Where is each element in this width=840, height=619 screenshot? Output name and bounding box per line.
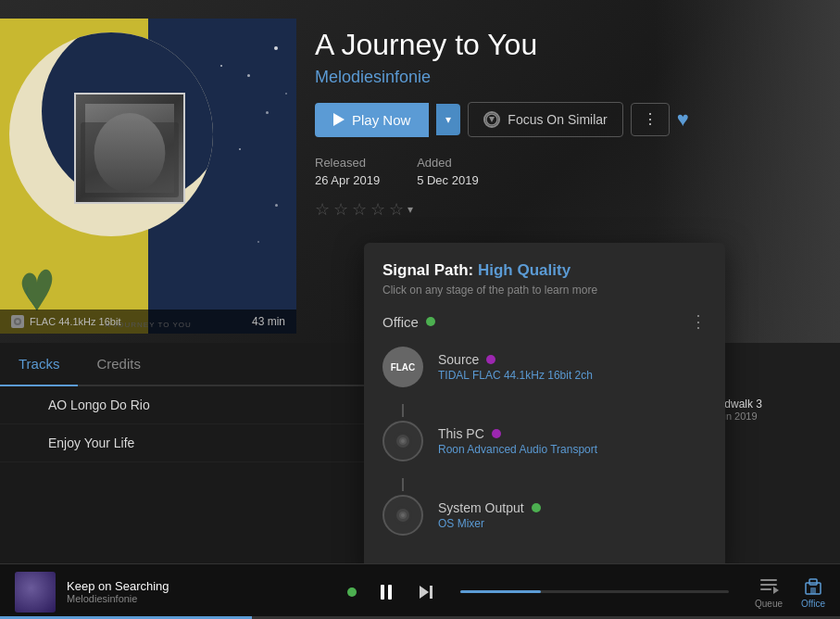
added-date: 5 Dec 2019 <box>417 173 479 187</box>
signal-more-button[interactable]: ⋮ <box>690 311 707 332</box>
signal-source-icon: FLAC <box>382 347 423 387</box>
signal-connector-2 <box>402 478 404 491</box>
star-3[interactable]: ☆ <box>352 199 367 220</box>
queue-button[interactable]: Queue <box>755 575 783 609</box>
signal-device-label: Office <box>382 314 419 330</box>
svg-rect-18 <box>809 579 817 585</box>
signal-output-detail: OS Mixer <box>438 517 707 530</box>
inner-photo <box>74 93 185 204</box>
dropdown-icon: ▾ <box>445 113 451 126</box>
play-icon <box>333 113 345 126</box>
signal-device-row: Office ⋮ <box>382 311 707 332</box>
star-1[interactable]: ☆ <box>315 199 330 220</box>
signal-pc-name-label: This PC <box>438 426 484 441</box>
signal-path-label: Signal Path: <box>382 261 473 279</box>
meta-info-row: Released 26 Apr 2019 Added 5 Dec 2019 <box>315 156 803 188</box>
office-label: Office <box>801 599 825 609</box>
signal-source-info: Source TIDAL FLAC 44.1kHz 16bit 2ch <box>438 352 707 382</box>
signal-path-subtitle[interactable]: Click on any stage of the path to learn … <box>382 284 707 297</box>
tab-credits[interactable]: Credits <box>78 343 159 385</box>
album-format-bar: FLAC 44.1kHz 16bit 43 min <box>0 310 296 334</box>
signal-source-item[interactable]: FLAC Source TIDAL FLAC 44.1kHz 16bit 2ch <box>382 347 707 387</box>
signal-output-icon <box>382 495 423 536</box>
signal-output-name-label: System Output <box>438 500 524 515</box>
player-bar: Keep on Searching Melodiesinfonie <box>0 563 840 619</box>
player-art <box>15 572 56 613</box>
released-date: 26 Apr 2019 <box>315 173 380 187</box>
signal-pc-dot <box>492 429 501 438</box>
signal-pc-item[interactable]: This PC Roon Advanced Audio Transport <box>382 421 707 461</box>
duration-label: 43 min <box>252 315 285 328</box>
format-label: FLAC 44.1kHz 16bit <box>30 316 120 327</box>
player-track-name: Keep on Searching <box>67 579 336 593</box>
signal-output-item[interactable]: System Output OS Mixer <box>382 495 707 536</box>
signal-pc-info: This PC Roon Advanced Audio Transport <box>438 426 707 456</box>
progress-bar[interactable] <box>460 590 730 593</box>
signal-pc-icon <box>382 421 423 461</box>
star-2[interactable]: ☆ <box>333 199 348 220</box>
artist-name[interactable]: Melodiesinfonie <box>315 68 803 87</box>
released-label: Released <box>315 156 380 170</box>
signal-pc-detail: Roon Advanced Audio Transport <box>438 443 707 456</box>
favorite-button[interactable]: ♥ <box>677 107 689 132</box>
signal-quality-label: High Quality <box>478 261 570 279</box>
star-5[interactable]: ☆ <box>389 199 404 220</box>
format-icon <box>11 315 24 328</box>
star-4[interactable]: ☆ <box>370 199 385 220</box>
signal-path-popup: Signal Path: High Quality Click on any s… <box>364 243 725 571</box>
svg-rect-19 <box>810 587 816 594</box>
more-icon: ⋮ <box>643 111 658 127</box>
track-name-2: Enjoy Your Life <box>48 436 134 450</box>
skip-next-button[interactable] <box>416 583 434 601</box>
focus-similar-label: Focus On Similar <box>508 112 607 127</box>
signal-output-dot <box>532 503 541 512</box>
focus-similar-button[interactable]: Focus On Similar <box>468 102 622 137</box>
signal-path-title: Signal Path: High Quality <box>382 261 707 280</box>
pause-icon <box>381 585 392 600</box>
svg-marker-16 <box>773 587 779 594</box>
player-status-dot <box>347 587 357 597</box>
more-options-button[interactable]: ⋮ <box>631 103 670 136</box>
progress-fill <box>460 590 541 593</box>
focus-icon <box>483 111 500 128</box>
player-track-info: Keep on Searching Melodiesinfonie <box>67 579 336 604</box>
play-dropdown-button[interactable]: ▾ <box>436 104 460 135</box>
signal-source-name: Source <box>438 352 707 367</box>
released-info: Released 26 Apr 2019 <box>315 156 380 188</box>
svg-point-6 <box>401 439 405 443</box>
svg-rect-15 <box>760 588 771 590</box>
play-now-button[interactable]: Play Now <box>315 103 429 137</box>
signal-pc-name: This PC <box>438 426 707 441</box>
signal-source-detail: TIDAL FLAC 44.1kHz 16bit 2ch <box>438 369 707 382</box>
action-buttons-row: Play Now ▾ Focus On Similar ⋮ ♥ <box>315 102 803 137</box>
signal-device-name: Office <box>382 314 435 330</box>
signal-source-name-label: Source <box>438 352 479 367</box>
svg-rect-12 <box>430 586 433 599</box>
tab-tracks[interactable]: Tracks <box>0 343 78 386</box>
track-name-1: AO Longo Do Rio <box>48 398 150 412</box>
svg-marker-11 <box>420 586 429 599</box>
added-label: Added <box>417 156 479 170</box>
svg-point-10 <box>401 513 405 517</box>
rating-dropdown[interactable]: ▾ <box>407 203 413 216</box>
signal-output-info: System Output OS Mixer <box>438 500 707 530</box>
signal-source-icon-label: FLAC <box>391 362 416 373</box>
album-art: A JOURNEY TO YOU FLAC 44.1kHz 16bit 43 m… <box>0 19 296 334</box>
pause-button[interactable] <box>371 577 401 607</box>
svg-point-1 <box>16 320 19 323</box>
player-nav-icons: Queue Office <box>755 575 825 609</box>
player-artist-name: Melodiesinfonie <box>67 593 336 604</box>
rating-row: ☆ ☆ ☆ ☆ ☆ ▾ <box>315 199 803 220</box>
signal-device-status-dot <box>426 317 435 326</box>
heart-icon: ♥ <box>677 107 689 131</box>
signal-connector-1 <box>402 404 404 417</box>
svg-rect-13 <box>760 579 777 581</box>
signal-source-dot <box>486 355 495 364</box>
svg-rect-14 <box>760 584 777 586</box>
office-button[interactable]: Office <box>801 575 825 609</box>
album-title: A Journey to You <box>315 28 803 62</box>
signal-output-name: System Output <box>438 500 707 515</box>
added-info: Added 5 Dec 2019 <box>417 156 479 188</box>
play-now-label: Play Now <box>352 112 410 128</box>
queue-label: Queue <box>755 599 783 609</box>
